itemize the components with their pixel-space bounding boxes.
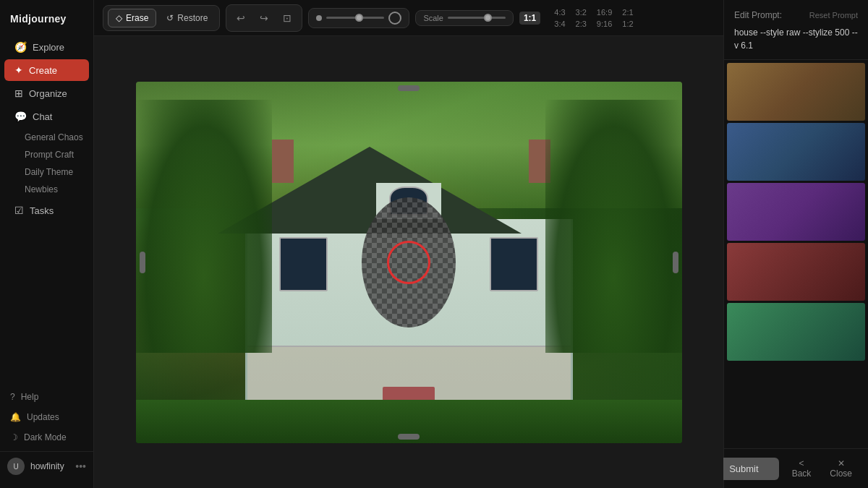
scale-group: Scale — [415, 10, 514, 26]
chat-sub-newbies[interactable]: Newbies — [0, 181, 93, 198]
toolbar: ◇ Erase ↺ Restore ↩ ↪ ⊡ Scale — [94, 0, 723, 36]
drag-handle-right[interactable] — [673, 252, 678, 273]
chimney-left — [272, 140, 294, 183]
drag-handle-bottom[interactable] — [398, 434, 420, 440]
bottom-bar: Submit < Back ✕ Close — [724, 448, 868, 488]
chat-icon: 💬 — [14, 111, 27, 122]
updates-icon: 🔔 — [10, 412, 21, 422]
erase-button[interactable]: ◇ Erase — [108, 9, 156, 27]
scale-slider-thumb — [484, 14, 492, 22]
edit-prompt-header: Edit Prompt: Reset Prompt — [734, 10, 858, 20]
thumbnail-2[interactable] — [727, 123, 865, 181]
ratio-2-1[interactable]: 2:1 — [620, 7, 635, 17]
sidebar-item-label-organize: Organize — [29, 88, 67, 99]
undo-button[interactable]: ↩ — [231, 8, 251, 28]
nav-section: 🧭 Explore ✦ Create ⊞ Organize 💬 Chat Gen… — [0, 36, 93, 221]
sidebar-item-organize[interactable]: ⊞ Organize — [4, 82, 89, 104]
ratio-grid: 4:3 3:2 16:9 2:1 3:4 2:3 9:16 1:2 — [552, 7, 635, 29]
user-options-icon[interactable]: ••• — [75, 461, 86, 472]
back-button[interactable]: < Back — [786, 455, 817, 481]
restore-icon: ↺ — [166, 13, 174, 23]
prompt-text[interactable]: house --style raw --stylize 500 --v 6.1 — [734, 26, 858, 52]
darkmode-icon: ☽ — [10, 432, 18, 442]
sidebar-label-updates: Updates — [27, 412, 59, 422]
brush-size-group — [308, 8, 409, 28]
drag-handle-left[interactable] — [140, 252, 145, 273]
sidebar-item-updates[interactable]: 🔔 Updates — [0, 408, 93, 427]
sidebar-item-create[interactable]: ✦ Create — [4, 59, 89, 81]
ratio-3-2[interactable]: 3:2 — [574, 7, 589, 17]
organize-icon: ⊞ — [14, 87, 23, 99]
restore-label: Restore — [177, 13, 208, 23]
sidebar-item-chat[interactable]: 💬 Chat — [4, 106, 89, 127]
create-icon: ✦ — [14, 64, 23, 76]
chat-submenu: General Chaos Prompt Craft Daily Theme N… — [0, 129, 93, 198]
thumbnail-5[interactable] — [727, 303, 865, 361]
ratio-1-1-button[interactable]: 1:1 — [519, 12, 540, 25]
ratio-9-16[interactable]: 9:16 — [595, 19, 614, 29]
sidebar-item-darkmode[interactable]: ☽ Dark Mode — [0, 428, 93, 447]
ratio-4-3[interactable]: 4:3 — [552, 7, 567, 17]
crop-button[interactable]: ⊡ — [277, 8, 297, 28]
redo-button[interactable]: ↪ — [254, 8, 274, 28]
erase-overlay — [362, 197, 456, 328]
tree-left — [136, 100, 273, 353]
brush-size-large-icon — [388, 12, 401, 25]
sidebar-item-label-tasks: Tasks — [30, 205, 54, 216]
thumbnail-1[interactable] — [727, 63, 865, 121]
explore-icon: 🧭 — [14, 41, 27, 53]
main-area: ◇ Erase ↺ Restore ↩ ↪ ⊡ Scale — [94, 0, 723, 488]
drag-handle-top[interactable] — [398, 85, 420, 91]
tool-group-history: ↩ ↪ ⊡ — [226, 4, 302, 32]
thumbnail-3[interactable] — [727, 183, 865, 241]
erase-icon: ◇ — [116, 13, 122, 23]
brush-slider-thumb — [355, 14, 363, 22]
brush-size-small-icon — [316, 15, 322, 21]
sidebar-item-tasks[interactable]: ☑ Tasks — [4, 200, 89, 221]
restore-button[interactable]: ↺ Restore — [159, 9, 215, 27]
help-icon: ? — [10, 392, 15, 402]
sidebar-item-label-chat: Chat — [33, 111, 52, 122]
edit-prompt-label: Edit Prompt: — [734, 10, 782, 20]
tree-right — [545, 100, 682, 353]
ratio-1-2[interactable]: 1:2 — [620, 19, 635, 29]
ratio-16-9[interactable]: 16:9 — [595, 7, 614, 17]
window-right — [490, 237, 538, 291]
tasks-icon: ☑ — [14, 205, 24, 216]
chat-sub-general-chaos[interactable]: General Chaos — [0, 129, 93, 146]
ratio-2-3[interactable]: 2:3 — [574, 19, 589, 29]
tool-group-erase-restore: ◇ Erase ↺ Restore — [103, 5, 220, 31]
app-logo: Midjourney — [0, 7, 93, 36]
sidebar-item-label-explore: Explore — [33, 42, 64, 53]
user-row[interactable]: U howfinity ••• — [0, 451, 93, 481]
reset-prompt-button[interactable]: Reset Prompt — [809, 11, 858, 20]
sidebar-item-explore[interactable]: 🧭 Explore — [4, 36, 89, 58]
checker-pattern — [362, 197, 456, 328]
window-left — [279, 237, 328, 291]
chat-sub-daily-theme[interactable]: Daily Theme — [0, 163, 93, 181]
username: howfinity — [30, 461, 69, 471]
sidebar-label-help: Help — [21, 392, 39, 402]
sidebar-item-label-create: Create — [29, 65, 57, 76]
close-button[interactable]: ✕ Close — [824, 455, 858, 481]
brush-size-slider[interactable] — [326, 17, 384, 19]
avatar: U — [7, 458, 25, 475]
ratio-3-4[interactable]: 3:4 — [552, 19, 567, 29]
thumbnails-strip — [724, 60, 868, 448]
right-panel: Edit Prompt: Reset Prompt house --style … — [723, 0, 868, 488]
thumbnail-4[interactable] — [727, 243, 865, 301]
edit-prompt-section: Edit Prompt: Reset Prompt house --style … — [724, 0, 868, 60]
erase-label: Erase — [126, 13, 148, 23]
image-container[interactable] — [136, 82, 682, 443]
canvas-area[interactable] — [94, 36, 723, 488]
chat-sub-prompt-craft[interactable]: Prompt Craft — [0, 146, 93, 163]
sidebar-item-help[interactable]: ? Help — [0, 388, 93, 406]
sidebar: Midjourney 🧭 Explore ✦ Create ⊞ Organize… — [0, 0, 94, 488]
scale-slider[interactable] — [448, 17, 506, 19]
scale-label: Scale — [423, 14, 443, 22]
sidebar-label-darkmode: Dark Mode — [24, 432, 67, 442]
sidebar-bottom: ? Help 🔔 Updates ☽ Dark Mode U howfinity… — [0, 388, 93, 481]
